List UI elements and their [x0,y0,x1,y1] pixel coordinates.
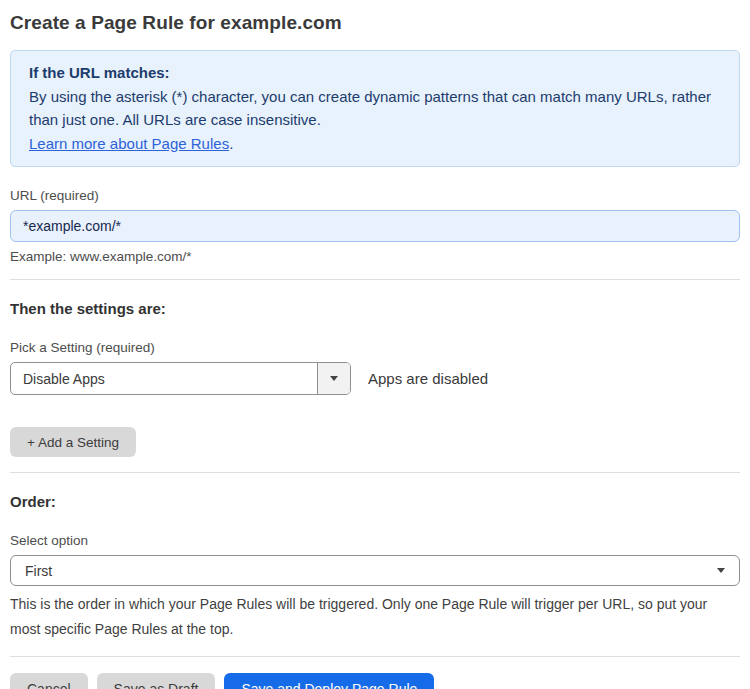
link-period: . [229,135,233,152]
setting-status-text: Apps are disabled [368,370,488,387]
add-setting-button[interactable]: + Add a Setting [10,427,136,457]
learn-more-link[interactable]: Learn more about Page Rules [29,135,229,152]
order-select-value: First [25,563,52,579]
footer-divider [10,656,740,657]
settings-section-heading: Then the settings are: [10,300,740,317]
url-example-hint: Example: www.example.com/* [10,249,740,264]
info-box-link-line: Learn more about Page Rules. [29,132,721,156]
setting-dropdown[interactable]: Disable Apps [10,362,351,395]
info-box-heading: If the URL matches: [29,61,721,85]
caret-down-icon [717,568,725,573]
order-select[interactable]: First [10,555,740,586]
caret-down-icon [330,376,338,381]
order-section-heading: Order: [10,493,740,510]
setting-dropdown-value: Disable Apps [11,363,317,394]
url-match-info-box: If the URL matches: By using the asteris… [10,50,740,167]
setting-row: Disable Apps Apps are disabled [10,362,740,395]
footer-actions: Cancel Save as Draft Save and Deploy Pag… [10,673,740,689]
create-page-rule-form: Create a Page Rule for example.com If th… [0,0,750,689]
pick-setting-label: Pick a Setting (required) [10,340,740,355]
section-divider [10,279,740,280]
setting-dropdown-arrow-button[interactable] [317,363,350,394]
url-label: URL (required) [10,188,740,203]
info-box-body: By using the asterisk (*) character, you… [29,85,721,132]
save-draft-button[interactable]: Save as Draft [97,673,216,689]
page-title: Create a Page Rule for example.com [10,12,740,34]
cancel-button[interactable]: Cancel [10,673,88,689]
order-help-text: This is the order in which your Page Rul… [10,592,740,642]
select-option-label: Select option [10,533,740,548]
url-input[interactable] [10,210,740,242]
section-divider [10,472,740,473]
save-deploy-button[interactable]: Save and Deploy Page Rule [224,673,434,689]
